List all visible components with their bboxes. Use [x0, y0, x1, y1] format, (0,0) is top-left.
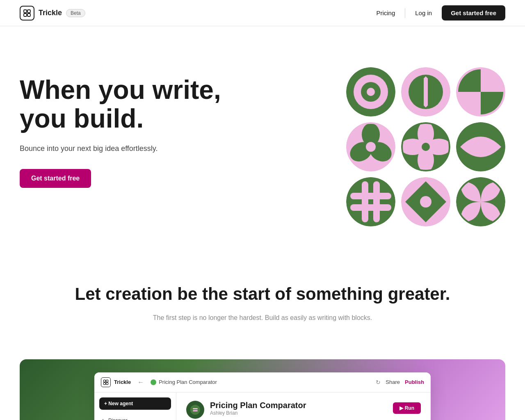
svg-rect-34 [362, 181, 368, 222]
publish-button[interactable]: Publish [405, 379, 424, 385]
svg-rect-35 [373, 181, 380, 222]
navbar: Trickle Beta Pricing Log in Get started … [0, 0, 525, 26]
svg-rect-42 [106, 380, 108, 382]
svg-rect-3 [27, 14, 30, 16]
sidebar-item-label: Discover [108, 418, 128, 420]
nav-divider [405, 8, 405, 18]
svg-rect-44 [106, 383, 108, 385]
hero-title: When you write, you build. [20, 75, 233, 133]
grid-icon-6 [456, 122, 505, 171]
svg-rect-1 [27, 10, 30, 13]
svg-rect-11 [458, 69, 481, 92]
app-doc-title: Pricing Plan Comparator [151, 379, 217, 385]
logo-text: Trickle [39, 9, 62, 17]
app-logo-area: Trickle [101, 377, 131, 387]
feature-title: Let creation be the start of something g… [20, 284, 505, 304]
get-started-nav-button[interactable]: Get started free [442, 5, 505, 21]
hero-subtitle: Bounce into your next big idea effortles… [20, 143, 233, 154]
svg-point-38 [420, 196, 431, 208]
sidebar-item-discover[interactable]: ✦ Discover [94, 415, 176, 420]
grid-icon-2 [401, 67, 450, 116]
svg-rect-43 [103, 383, 105, 385]
pricing-link[interactable]: Pricing [370, 6, 402, 20]
grid-icon-1 [346, 67, 395, 116]
app-titlebar-actions: ↻ Share Publish [376, 379, 424, 386]
grid-icon-9 [456, 177, 505, 226]
navbar-actions: Pricing Log in Get started free [370, 5, 505, 21]
svg-rect-47 [193, 410, 198, 411]
beta-badge: Beta [66, 9, 85, 17]
hero-section: When you write, you build. Bounce into y… [0, 26, 525, 251]
svg-point-25 [401, 139, 425, 155]
collapse-icon[interactable]: ← [137, 379, 144, 386]
app-logo-name: Trickle [114, 379, 131, 385]
svg-point-20 [366, 142, 376, 152]
app-preview-container: Trickle ← Pricing Plan Comparator ↻ Shar… [20, 359, 505, 420]
app-window: Trickle ← Pricing Plan Comparator ↻ Shar… [94, 372, 431, 420]
grid-icon-5 [401, 122, 450, 171]
svg-rect-0 [24, 10, 27, 13]
svg-point-45 [190, 405, 200, 415]
grid-icon-3 [456, 67, 505, 116]
agent-name: Pricing Plan Comparator [210, 401, 387, 410]
svg-rect-13 [458, 92, 481, 114]
agent-author: Ashley Brian [210, 410, 387, 416]
app-sidebar: + New agent ✦ Discover ◉ Published agent… [94, 393, 176, 420]
get-started-hero-button[interactable]: Get started free [20, 169, 91, 188]
app-logo-icon [101, 377, 111, 387]
grid-icon-4 [346, 122, 395, 171]
new-agent-button[interactable]: + New agent [99, 397, 171, 410]
agent-info: Pricing Plan Comparator Ashley Brian [210, 401, 387, 416]
feature-subtitle: The first step is no longer the hardest.… [139, 313, 386, 323]
discover-icon: ✦ [101, 418, 105, 420]
svg-rect-12 [481, 69, 503, 92]
svg-rect-14 [481, 92, 503, 114]
grid-icon-8 [401, 177, 450, 226]
svg-point-7 [367, 88, 375, 96]
navbar-brand: Trickle Beta [20, 6, 85, 21]
share-button[interactable]: Share [386, 379, 400, 385]
app-titlebar: Trickle ← Pricing Plan Comparator ↻ Shar… [94, 372, 431, 393]
agent-avatar [186, 401, 204, 419]
app-main-content: Pricing Plan Comparator Ashley Brian ▶ R… [176, 393, 431, 420]
login-button[interactable]: Log in [409, 6, 438, 20]
svg-rect-33 [350, 204, 391, 211]
svg-rect-46 [193, 408, 198, 409]
grid-icon-7 [346, 177, 395, 226]
logo-icon [20, 6, 34, 21]
run-button[interactable]: ▶ Run [393, 402, 421, 414]
svg-point-26 [427, 139, 450, 155]
hero-content: When you write, you build. Bounce into y… [20, 59, 233, 188]
app-body: + New agent ✦ Discover ◉ Published agent… [94, 393, 431, 420]
svg-rect-32 [350, 193, 391, 199]
svg-rect-41 [103, 380, 105, 382]
refresh-icon[interactable]: ↻ [376, 379, 381, 386]
svg-point-27 [422, 143, 430, 151]
svg-rect-2 [24, 14, 27, 16]
decorative-icon-grid [346, 59, 505, 226]
doc-status-indicator [151, 379, 156, 385]
svg-point-30 [346, 177, 395, 226]
agent-header: Pricing Plan Comparator Ashley Brian ▶ R… [186, 401, 421, 419]
feature-section: Let creation be the start of something g… [0, 251, 525, 359]
